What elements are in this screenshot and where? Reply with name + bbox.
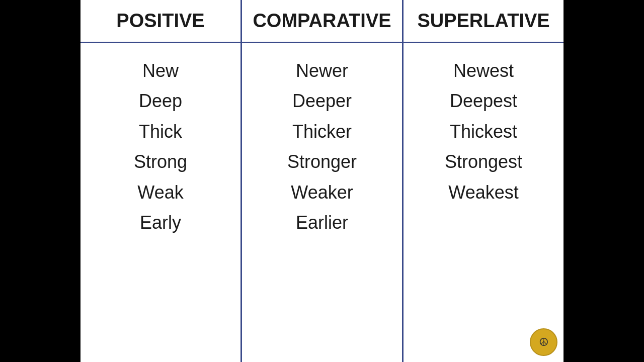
logo-icon: ☮ xyxy=(539,336,549,349)
word-deepest: Deepest xyxy=(450,88,517,114)
column-positive: New Deep Thick Strong Weak Early xyxy=(80,43,242,362)
table-body-row: New Deep Thick Strong Weak Early Newer D… xyxy=(80,43,564,362)
word-thicker: Thicker xyxy=(292,119,352,144)
logo-circle: ☮ xyxy=(530,328,557,356)
column-comparative: Newer Deeper Thicker Stronger Weaker Ear… xyxy=(242,43,404,362)
header-superlative: SUPERLATIVE xyxy=(404,0,564,42)
header-positive: POSITIVE xyxy=(80,0,242,42)
word-strong: Strong xyxy=(134,149,187,174)
column-superlative: Newest Deepest Thickest Strongest Weakes… xyxy=(404,43,564,362)
word-strongest: Strongest xyxy=(445,149,522,174)
word-weak: Weak xyxy=(137,180,183,205)
word-weakest: Weakest xyxy=(448,180,518,205)
word-new: New xyxy=(142,58,179,83)
word-deep: Deep xyxy=(139,88,182,114)
logo-badge: ☮ xyxy=(530,328,557,356)
header-comparative: COMPARATIVE xyxy=(242,0,404,42)
table-header-row: POSITIVE COMPARATIVE SUPERLATIVE xyxy=(80,0,564,43)
word-newer: Newer xyxy=(296,58,348,83)
word-thickest: Thickest xyxy=(450,119,517,144)
word-stronger: Stronger xyxy=(287,149,357,174)
word-newest: Newest xyxy=(453,58,514,83)
word-thick: Thick xyxy=(139,119,182,144)
slide-container: POSITIVE COMPARATIVE SUPERLATIVE New Dee… xyxy=(80,0,564,362)
comparison-table: POSITIVE COMPARATIVE SUPERLATIVE New Dee… xyxy=(80,0,564,362)
word-early: Early xyxy=(140,210,181,235)
word-weaker: Weaker xyxy=(291,180,353,205)
word-earlier: Earlier xyxy=(296,210,348,235)
word-deeper: Deeper xyxy=(292,88,352,114)
